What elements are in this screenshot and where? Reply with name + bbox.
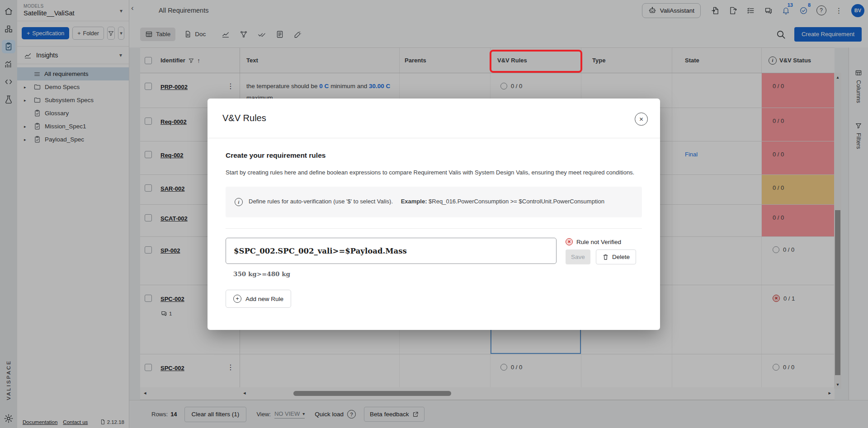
info-banner: i Define rules for auto-verification (us…	[226, 187, 642, 217]
vv-rules-highlight-annotation	[490, 50, 582, 73]
modal-description: Start by creating rules here and define …	[226, 168, 642, 177]
modal-heading: Create your requirement rules	[226, 151, 642, 160]
example-expression: $Req_016.PowerConsumption >= $ControlUni…	[429, 198, 604, 205]
save-button[interactable]: Save	[566, 249, 590, 264]
rule-side-panel: ✕ Rule not Verified Save Delete	[566, 238, 636, 264]
plus-circle-icon: +	[233, 295, 241, 303]
modal-title: V&V Rules	[222, 113, 266, 123]
info-icon: i	[235, 198, 243, 206]
rule-evaluation-result: 350 kg>=480 kg	[233, 270, 642, 277]
modal-body: Create your requirement rules Start by c…	[208, 138, 660, 308]
add-new-rule-button[interactable]: + Add new Rule	[226, 290, 291, 308]
app-root: VALISPACE MODELS Satellite__ValiSat ▾ +S…	[0, 0, 868, 428]
trash-icon	[602, 254, 609, 260]
rule-status: ✕ Rule not Verified	[566, 238, 636, 245]
delete-button[interactable]: Delete	[596, 249, 636, 264]
vv-rules-modal: V&V Rules ✕ Create your requirement rule…	[208, 99, 660, 330]
rule-expression-input[interactable]: $SPC_002.SPC_002_vali>=$Payload.Mass	[226, 238, 557, 264]
modal-header: V&V Rules ✕	[208, 99, 660, 138]
error-icon: ✕	[566, 238, 573, 245]
rule-row: $SPC_002.SPC_002_vali>=$Payload.Mass ✕ R…	[226, 238, 642, 264]
close-icon[interactable]: ✕	[635, 113, 648, 126]
example-label: Example:	[401, 198, 427, 205]
